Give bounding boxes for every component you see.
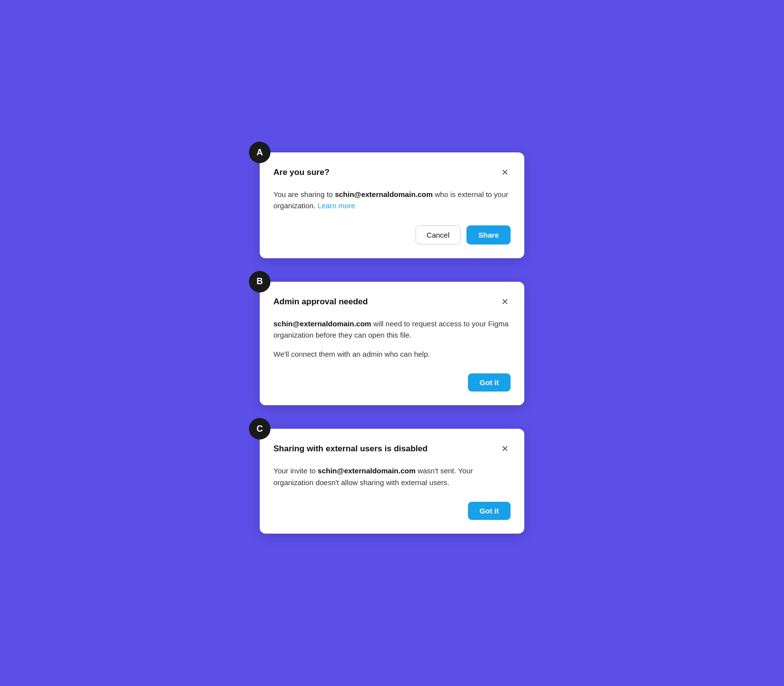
close-icon: ✕ xyxy=(501,297,509,306)
dialog-b-body-text-2: We'll connect them with an admin who can… xyxy=(273,348,511,360)
dialog-wrapper-a: A Are you sure? ✕ You are sharing to sch… xyxy=(260,152,524,258)
dialog-b: Admin approval needed ✕ schin@externaldo… xyxy=(260,282,524,406)
dialog-c-footer: Got it xyxy=(273,502,511,520)
dialog-a-title: Are you sure? xyxy=(273,168,329,177)
dialog-wrapper-c: C Sharing with external users is disable… xyxy=(260,429,524,534)
dialog-b-footer: Got it xyxy=(273,373,511,392)
dialog-c-body: Your invite to schin@externaldomain.com … xyxy=(273,465,511,488)
dialog-b-body-text-1: schin@externaldomain.com will need to re… xyxy=(273,318,511,341)
dialog-c-body-text: Your invite to schin@externaldomain.com … xyxy=(273,465,511,488)
dialog-a-footer: Cancel Share xyxy=(273,225,511,245)
dialog-a-body: You are sharing to schin@externaldomain.… xyxy=(273,189,511,212)
dialog-b-email: schin@externaldomain.com xyxy=(273,319,371,328)
got-it-button-c[interactable]: Got it xyxy=(468,502,511,520)
dialog-wrapper-b: B Admin approval needed ✕ schin@external… xyxy=(260,282,524,406)
dialog-b-body: schin@externaldomain.com will need to re… xyxy=(273,318,511,360)
badge-a: A xyxy=(249,142,270,163)
share-button[interactable]: Share xyxy=(466,225,511,245)
dialog-a: Are you sure? ✕ You are sharing to schin… xyxy=(260,152,524,258)
dialog-a-close-button[interactable]: ✕ xyxy=(499,166,511,179)
got-it-button-b[interactable]: Got it xyxy=(468,373,511,392)
dialog-b-close-button[interactable]: ✕ xyxy=(499,295,511,308)
dialog-a-header: Are you sure? ✕ xyxy=(273,166,511,179)
dialog-c-email: schin@externaldomain.com xyxy=(318,466,416,475)
close-icon: ✕ xyxy=(501,444,509,453)
dialog-c: Sharing with external users is disabled … xyxy=(260,429,524,534)
dialog-a-email: schin@externaldomain.com xyxy=(335,190,433,198)
dialog-b-title: Admin approval needed xyxy=(273,297,368,307)
cancel-button[interactable]: Cancel xyxy=(416,225,461,245)
learn-more-link[interactable]: Learn more xyxy=(318,201,355,210)
close-icon: ✕ xyxy=(501,168,509,177)
dialog-c-header: Sharing with external users is disabled … xyxy=(273,442,511,455)
dialog-a-body-text: You are sharing to schin@externaldomain.… xyxy=(273,189,511,212)
dialog-c-title: Sharing with external users is disabled xyxy=(273,444,428,454)
badge-b: B xyxy=(249,271,270,293)
dialog-b-header: Admin approval needed ✕ xyxy=(273,295,511,308)
dialog-c-close-button[interactable]: ✕ xyxy=(499,442,511,455)
